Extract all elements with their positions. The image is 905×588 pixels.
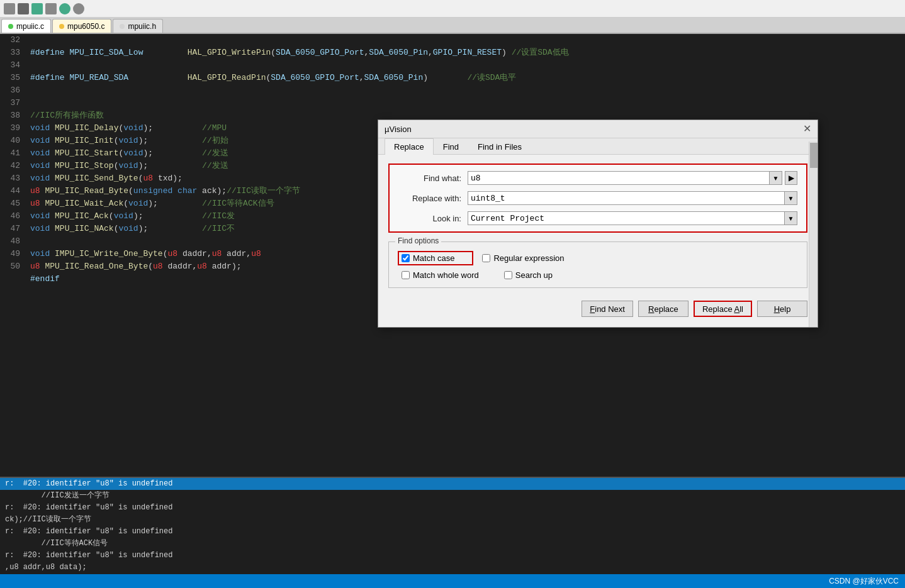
find-options-group: Find options Match case Regular expressi… bbox=[388, 241, 807, 288]
replace-with-dropdown-btn[interactable]: ▼ bbox=[785, 191, 797, 205]
replace-all-rest: ll bbox=[739, 304, 743, 314]
replace-all-shortcut: A bbox=[734, 304, 740, 314]
toolbar-icon-4[interactable] bbox=[45, 3, 57, 14]
output-line-6: //IIC等待ACK信号 bbox=[0, 538, 905, 550]
tab-dot-3 bbox=[120, 24, 125, 29]
action-buttons: Find Next Replace Replace All Help bbox=[388, 298, 807, 318]
status-text: CSDN @好家伙VCC bbox=[829, 576, 899, 587]
toolbar bbox=[0, 0, 905, 18]
find-what-label: Find what: bbox=[398, 174, 461, 183]
find-next-button[interactable]: Find Next bbox=[582, 301, 633, 317]
look-in-label: Look in: bbox=[398, 214, 461, 223]
tab-dot-2 bbox=[59, 24, 64, 29]
output-line-1: r: #20: identifier "u8" is undefined bbox=[0, 478, 905, 490]
look-in-dropdown-btn[interactable]: ▼ bbox=[785, 211, 797, 225]
tab-dot-1 bbox=[8, 24, 13, 29]
line-numbers: 3233343536 3738394041 4243444546 4748495… bbox=[0, 34, 25, 477]
dialog-tab-find-label: Find bbox=[443, 142, 459, 152]
find-next-rest: ind Next bbox=[595, 304, 625, 314]
regular-expression-label: Regular expression bbox=[493, 253, 564, 263]
output-line-5: r: #20: identifier "u8" is undefined bbox=[0, 526, 905, 538]
dialog-body: Find what: ▼ ▶ Replace with: ▼ bbox=[378, 155, 818, 327]
dialog-title: µVision bbox=[385, 125, 412, 134]
output-line-2: //IIC发送一个字节 bbox=[0, 490, 905, 502]
search-up-label: Search up bbox=[515, 270, 553, 280]
replace-with-input[interactable] bbox=[468, 191, 785, 205]
output-line-7: r: #20: identifier "u8" is undefined bbox=[0, 550, 905, 562]
help-rest: elp bbox=[780, 304, 790, 314]
dialog-tab-find-in-files[interactable]: Find in Files bbox=[468, 138, 531, 155]
tab-bar: mpuiic.c mpu6050.c mpuiic.h bbox=[0, 18, 905, 34]
look-in-input-wrap: ▼ bbox=[468, 211, 797, 225]
search-up-option[interactable]: Search up bbox=[504, 270, 553, 280]
options-row-2: Match whole word Search up bbox=[398, 270, 798, 280]
match-case-option[interactable]: Match case bbox=[402, 253, 454, 263]
find-what-nav-btn[interactable]: ▶ bbox=[785, 171, 797, 185]
tab-label-1: mpuiic.c bbox=[16, 22, 44, 31]
toolbar-icon-3[interactable] bbox=[31, 3, 43, 14]
match-whole-word-label: Match whole word bbox=[413, 270, 479, 280]
find-what-dropdown-btn[interactable]: ▼ bbox=[770, 171, 782, 185]
tab-label-3: mpuiic.h bbox=[128, 22, 156, 31]
match-whole-word-checkbox[interactable] bbox=[402, 271, 410, 279]
replace-all-button[interactable]: Replace All bbox=[694, 301, 752, 317]
match-case-label: Match case bbox=[413, 253, 454, 263]
dialog-tab-find[interactable]: Find bbox=[434, 138, 468, 155]
look-in-input[interactable] bbox=[468, 211, 785, 225]
dialog-tab-bar: Replace Find Find in Files bbox=[378, 138, 818, 155]
dialog-tab-replace[interactable]: Replace bbox=[385, 138, 434, 155]
match-whole-word-option[interactable]: Match whole word bbox=[402, 270, 479, 280]
toolbar-icon-2[interactable] bbox=[18, 3, 29, 14]
regular-expression-option[interactable]: Regular expression bbox=[482, 253, 564, 263]
find-options-label: Find options bbox=[395, 236, 441, 245]
dialog-titlebar: µVision ✕ bbox=[378, 120, 818, 138]
replace-with-input-wrap: ▼ bbox=[468, 191, 797, 205]
toolbar-icon-1[interactable] bbox=[4, 3, 15, 14]
match-case-checkbox[interactable] bbox=[402, 254, 410, 262]
replace-with-row: Replace with: ▼ bbox=[398, 191, 797, 205]
output-panel: r: #20: identifier "u8" is undefined //I… bbox=[0, 477, 905, 574]
match-case-box: Match case bbox=[398, 251, 473, 265]
tab-mpuiic-h[interactable]: mpuiic.h bbox=[113, 19, 163, 33]
toolbar-icon-5[interactable] bbox=[59, 3, 70, 14]
status-bar: CSDN @好家伙VCC bbox=[0, 574, 905, 588]
help-button[interactable]: Help bbox=[757, 301, 807, 317]
tab-label-2: mpu6050.c bbox=[67, 22, 104, 31]
find-what-input-wrap: ▼ ▶ bbox=[468, 171, 797, 185]
help-shortcut: H bbox=[774, 304, 780, 314]
replace-with-label: Replace with: bbox=[398, 194, 461, 203]
look-in-row: Look in: ▼ bbox=[398, 211, 797, 225]
replace-button[interactable]: Replace bbox=[638, 301, 689, 317]
dialog-close-button[interactable]: ✕ bbox=[803, 124, 811, 134]
dialog-tab-replace-label: Replace bbox=[394, 142, 424, 152]
find-what-row: Find what: ▼ ▶ bbox=[398, 171, 797, 185]
tab-mpuiic-c[interactable]: mpuiic.c bbox=[1, 19, 51, 33]
output-line-8: ,u8 addr,u8 data); bbox=[0, 562, 905, 574]
tab-mpu6050-c[interactable]: mpu6050.c bbox=[52, 19, 111, 33]
replace-rest: eplace bbox=[654, 304, 678, 314]
dialog-scrollbar-thumb[interactable] bbox=[810, 143, 818, 168]
dialog-scrollbar[interactable] bbox=[809, 141, 818, 327]
toolbar-icon-6[interactable] bbox=[73, 3, 84, 14]
output-line-4: ck);//IIC读取一个字节 bbox=[0, 514, 905, 526]
find-what-input[interactable] bbox=[468, 171, 770, 185]
output-line-3: r: #20: identifier "u8" is undefined bbox=[0, 502, 905, 514]
options-row-1: Match case Regular expression bbox=[398, 251, 798, 265]
regular-expression-checkbox[interactable] bbox=[482, 254, 490, 262]
dialog-tab-find-in-files-label: Find in Files bbox=[478, 142, 522, 152]
search-up-checkbox[interactable] bbox=[504, 271, 512, 279]
uvision-dialog[interactable]: µVision ✕ Replace Find Find in Files Fin… bbox=[378, 119, 818, 328]
fields-box: Find what: ▼ ▶ Replace with: ▼ bbox=[388, 164, 807, 233]
